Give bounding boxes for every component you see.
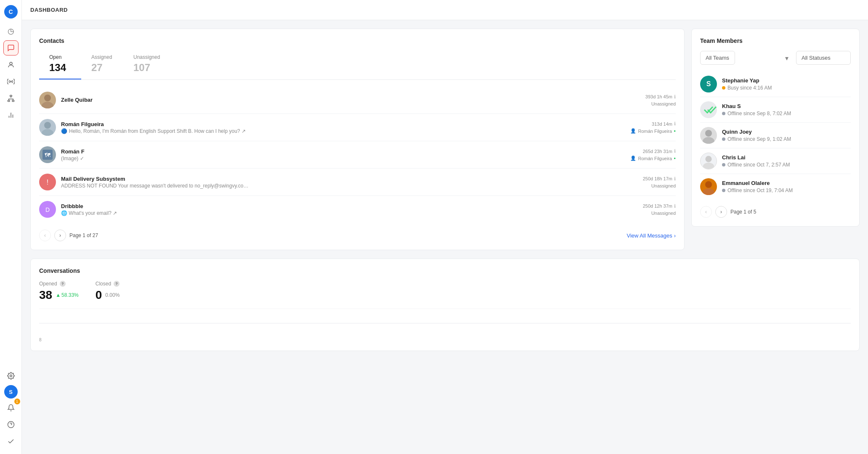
status-select[interactable]: All Statuses [796,51,851,65]
closed-help-icon[interactable]: ? [114,281,119,287]
closed-label-row: Closed ? [96,281,120,287]
contact-item[interactable]: ! Mail Delivery Subsystem ADDRESS NOT FO… [39,169,676,196]
team-next-page-button[interactable]: › [715,206,727,218]
opened-help-icon[interactable]: ? [60,281,66,287]
status-dot-offline [722,112,725,115]
tab-unassigned[interactable]: Unassigned 107 [123,51,170,79]
info-icon: ℹ [674,94,676,100]
trend-up-icon: ▲ [56,292,61,298]
sidebar-icon-contacts[interactable] [3,57,19,72]
conversations-chart: 8 [39,309,851,342]
page-info: Page 1 of 27 [69,232,98,238]
sidebar-icon-help[interactable] [3,417,19,432]
contact-preview: 🔵 Hello, Román, I'm Román from English S… [61,128,630,134]
contacts-pagination: ‹ › Page 1 of 27 View All Messages › [39,230,676,241]
closed-change: 0.00% [105,292,119,298]
team-page-info: Page 1 of 5 [730,209,756,215]
topbar: DASHBOARD [22,0,868,20]
tab-assigned[interactable]: Assigned 27 [81,51,123,79]
contacts-card: Contacts Open 134 Assigned 27 Unassigned… [30,29,685,250]
contact-name: Zelle Quibar [61,97,645,103]
member-info-khau: Khau S Offline since Sep 8, 7:02 AM [722,103,851,116]
user-avatar-bottom[interactable]: S [4,385,18,399]
notification-badge: 1 [14,399,20,404]
next-page-button[interactable]: › [54,230,66,241]
member-name: Emmanuel Olalere [722,180,851,186]
svg-point-0 [10,62,12,65]
team-members-title: Team Members [700,37,851,44]
contact-info-romanf: Román F (Image) ✓ [61,148,630,161]
member-info-quinn: Quinn Joey Offline since Sep 9, 1:02 AM [722,129,851,142]
svg-point-26 [705,181,712,188]
notifications-button[interactable]: 1 [3,400,19,415]
contact-name: Dribbble [61,203,643,209]
closed-label: Closed [96,281,111,287]
info-icon: ℹ [674,176,676,182]
tab-unassigned-label: Unassigned [133,54,160,60]
svg-text:🗺: 🗺 [45,152,50,158]
contact-item[interactable]: Zelle Quibar 393d 1h 45m ℹ Unassigned [39,87,676,114]
member-item: Khau S Offline since Sep 8, 7:02 AM [700,97,851,123]
page-title: DASHBOARD [30,7,68,13]
member-item: Quinn Joey Offline since Sep 9, 1:02 AM [700,123,851,148]
tab-unassigned-value: 107 [133,62,160,74]
member-item: S Stephanie Yap Busy since 4:16 AM [700,71,851,97]
status-dot-offline [722,137,725,141]
app-avatar: C [4,5,18,18]
conv-stats: Opened ? 38 ▲ 58.33% Closed ? [39,281,851,302]
sidebar-icon-check[interactable] [3,434,19,449]
contact-assignment: Unassigned [645,101,676,106]
opened-value-row: 38 ▲ 58.33% [39,288,79,302]
svg-rect-2 [10,95,12,97]
sidebar-icon-conversations[interactable] [3,40,19,55]
member-avatar-emmanuel [700,178,717,195]
sidebar-icon-settings[interactable] [3,368,19,383]
contact-time: 250d 18h 17m ℹ [643,176,676,182]
prev-page-button[interactable]: ‹ [39,230,51,241]
sidebar-icon-dashboard[interactable]: ◷ [3,24,19,39]
svg-rect-4 [12,100,14,102]
contact-avatar-roman [39,119,56,136]
svg-point-14 [42,129,53,136]
contact-preview: ADDRESS NOT FOUND Your message wasn't de… [61,183,643,189]
opened-change: ▲ 58.33% [56,292,79,298]
team-prev-page-button[interactable]: ‹ [700,206,712,218]
contact-item[interactable]: 🗺 Román F (Image) ✓ 265d 23h 31m ℹ [39,141,676,169]
sidebar-icon-broadcasts[interactable] [3,74,19,89]
member-avatar-stephanie: S [700,76,717,92]
contact-name: Román F [61,148,630,155]
svg-point-13 [44,122,51,129]
teams-select[interactable]: All Teams [700,51,735,65]
conversations-title: Conversations [39,267,851,274]
contact-avatar-dribbble: D [39,201,56,218]
tab-assigned-value: 27 [91,62,113,74]
svg-point-12 [42,102,53,108]
view-all-messages-link[interactable]: View All Messages › [627,232,676,239]
contact-assignment: 👤 Román Filgueira ● [630,128,676,134]
svg-point-11 [44,95,51,101]
contact-item[interactable]: D Dribbble 🌐 What's your email? ↗ 250d 1… [39,196,676,223]
sidebar-icon-reports[interactable] [3,108,19,123]
svg-point-8 [10,375,12,377]
contact-list: Zelle Quibar 393d 1h 45m ℹ Unassigned [39,87,676,223]
tab-open[interactable]: Open 134 [39,51,81,79]
svg-rect-3 [8,100,10,102]
opened-stat: Opened ? 38 ▲ 58.33% [39,281,79,302]
closed-stat: Closed ? 0 0.00% [96,281,120,302]
member-item: Chris Lai Offline since Oct 7, 2:57 AM [700,148,851,174]
status-dot-offline [722,189,725,192]
chart-y-label: 8 [39,338,42,342]
tab-assigned-label: Assigned [91,54,113,60]
sidebar: C ◷ S 1 [0,0,22,454]
opened-label: Opened [39,281,57,287]
contact-name: Román Filgueira [61,121,630,127]
svg-point-22 [705,130,712,137]
contact-item[interactable]: Román Filgueira 🔵 Hello, Román, I'm Romá… [39,114,676,141]
member-status: Offline since Oct 19, 7:04 AM [722,187,851,193]
svg-point-1 [10,81,11,82]
member-info-chris: Chris Lai Offline since Oct 7, 2:57 AM [722,154,851,168]
contact-time: 393d 1h 45m ℹ [645,94,676,100]
sidebar-icon-network[interactable] [3,91,19,106]
tab-open-value: 134 [49,62,71,74]
member-avatar-quinn [700,127,717,144]
